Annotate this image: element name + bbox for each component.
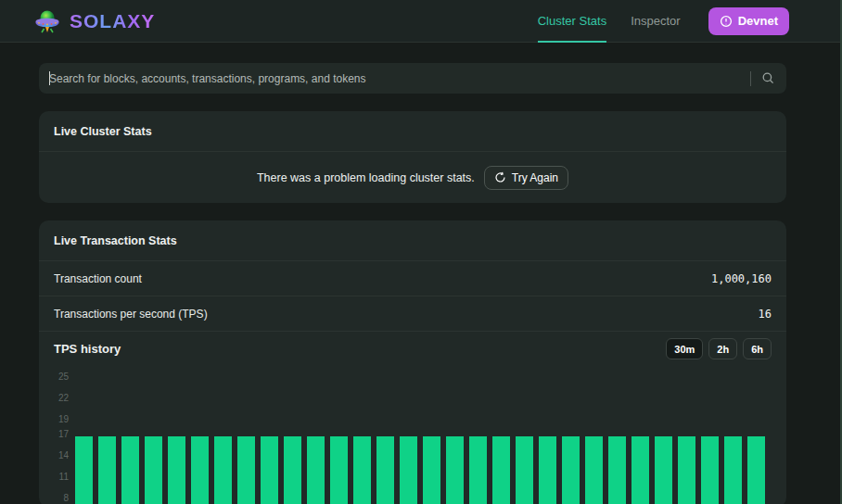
tps-bar[interactable]: [678, 436, 695, 504]
tps-label: Transactions per second (TPS): [54, 308, 208, 321]
y-axis-tick-label: 25: [39, 372, 69, 382]
cluster-stats-error-message: There was a problem loading cluster stat…: [257, 171, 475, 184]
chart-bars: [75, 366, 771, 504]
range-button-2h[interactable]: 2h: [708, 338, 737, 359]
tps-bar[interactable]: [492, 436, 510, 504]
tps-bar[interactable]: [423, 436, 440, 504]
live-transaction-stats-card: Live Transaction Stats Transaction count…: [39, 220, 786, 504]
tps-history-row: TPS history 30m 2h 6h: [39, 332, 786, 366]
transaction-count-value: 1,000,160: [711, 272, 772, 285]
tps-value: 16: [759, 308, 772, 321]
tps-range-group: 30m 2h 6h: [666, 338, 772, 359]
tps-bar[interactable]: [330, 436, 348, 504]
y-axis-tick-label: 11: [39, 471, 69, 481]
tps-bar[interactable]: [608, 436, 626, 504]
transaction-stats-title: Live Transaction Stats: [39, 220, 786, 261]
tps-bar[interactable]: [539, 436, 556, 504]
try-again-button[interactable]: Try Again: [484, 166, 568, 190]
tps-bar[interactable]: [724, 436, 742, 504]
ufo-logo-icon: [33, 8, 61, 34]
tps-bar[interactable]: [655, 436, 672, 504]
search-input[interactable]: [49, 72, 750, 85]
search-divider: [750, 71, 751, 86]
top-navbar: SOLAXY Cluster Stats Inspector Devnet: [0, 0, 842, 43]
tps-bar[interactable]: [214, 436, 232, 504]
range-button-30m[interactable]: 30m: [666, 338, 703, 359]
y-axis-tick-label: 22: [39, 393, 69, 403]
tps-bar[interactable]: [585, 436, 603, 504]
tab-cluster-stats[interactable]: Cluster Stats: [538, 0, 606, 43]
alert-circle-icon: [720, 15, 733, 28]
tps-bar[interactable]: [562, 436, 580, 504]
table-row: Transactions per second (TPS) 16: [39, 296, 786, 332]
tps-bar[interactable]: [446, 436, 464, 504]
try-again-label: Try Again: [512, 171, 558, 184]
tps-bar[interactable]: [237, 436, 255, 504]
tps-bar[interactable]: [376, 436, 394, 504]
transaction-count-label: Transaction count: [54, 272, 142, 285]
y-axis-tick-label: 17: [39, 428, 69, 438]
live-cluster-stats-card: Live Cluster Stats There was a problem l…: [39, 111, 786, 203]
tps-bar[interactable]: [632, 436, 649, 504]
cluster-stats-title: Live Cluster Stats: [39, 111, 786, 152]
tps-bar[interactable]: [145, 436, 162, 504]
tps-bar[interactable]: [400, 436, 417, 504]
brand-name: SOLAXY: [70, 10, 155, 32]
range-button-6h[interactable]: 6h: [743, 338, 772, 359]
cluster-stats-error-row: There was a problem loading cluster stat…: [39, 152, 786, 203]
tps-history-bar-chart: 2522191714118: [39, 366, 786, 504]
tps-bar[interactable]: [98, 436, 116, 504]
tps-history-title: TPS history: [54, 342, 121, 356]
tps-bar[interactable]: [75, 436, 93, 504]
y-axis-tick-label: 14: [39, 449, 69, 460]
nav-tabs: Cluster Stats Inspector: [538, 0, 681, 42]
tps-bar[interactable]: [284, 436, 301, 504]
tps-bar[interactable]: [191, 436, 209, 504]
table-row: Transaction count 1,000,160: [39, 261, 786, 296]
tps-bar[interactable]: [747, 436, 765, 504]
tab-inspector[interactable]: Inspector: [631, 0, 680, 43]
tps-bar[interactable]: [469, 436, 487, 504]
y-axis-tick-label: 8: [39, 493, 69, 503]
tps-bar[interactable]: [261, 436, 278, 504]
refresh-icon: [494, 171, 506, 183]
tps-bar[interactable]: [168, 436, 185, 504]
tps-bar[interactable]: [307, 436, 325, 504]
tps-bar[interactable]: [701, 436, 719, 504]
y-axis-tick-label: 19: [39, 414, 69, 424]
tps-bar[interactable]: [516, 436, 533, 504]
tps-bar[interactable]: [353, 436, 371, 504]
search-icon[interactable]: [761, 71, 775, 85]
network-selector-button[interactable]: Devnet: [708, 7, 789, 35]
network-name: Devnet: [738, 14, 778, 28]
tps-bar[interactable]: [121, 436, 139, 504]
search-bar[interactable]: [39, 63, 786, 94]
brand-logo[interactable]: SOLAXY: [33, 0, 155, 42]
